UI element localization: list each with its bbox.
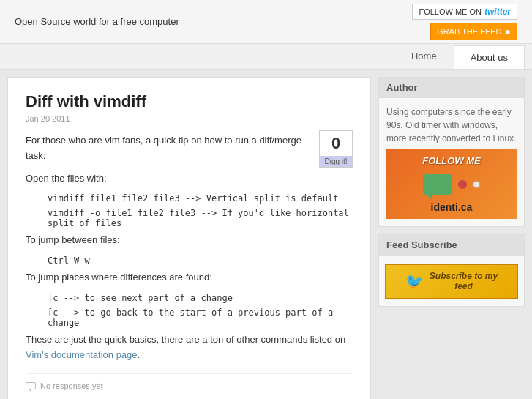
subscribe-text: Subscribe to my feed xyxy=(430,271,498,292)
site-tagline: Open Source world for a free computer xyxy=(15,16,179,27)
rss-icon: ● xyxy=(505,26,511,37)
identica-follow-text: FOLLOW ME xyxy=(392,155,511,166)
identica-dot-red xyxy=(458,180,467,189)
code-cmd5: [c --> to go back to the start of a prev… xyxy=(48,307,353,328)
main-content: Diff with vimdiff Jan 20 2011 0 Digg it!… xyxy=(7,77,371,399)
feed-subscribe-header: Feed Subscribe xyxy=(379,235,524,256)
twitter-logo: twitter xyxy=(484,7,511,17)
identica-bubble-area xyxy=(392,171,511,198)
comment-icon xyxy=(26,382,36,389)
digg-label: Digg it! xyxy=(320,156,352,167)
author-header: Author xyxy=(379,78,524,98)
post-title: Diff with vimdiff xyxy=(26,92,353,111)
site-header: Open Source world for a free computer FO… xyxy=(0,0,532,44)
header-buttons: FOLLOW ME ON twitter GRAB THE FEED ● xyxy=(412,4,517,40)
author-bio: Using computers since the early 90s. Old… xyxy=(386,105,517,145)
bird-icon: 🐦 xyxy=(405,272,424,290)
post-open-files: Open the files with: xyxy=(26,171,353,187)
grab-feed-button[interactable]: GRAB THE FEED ● xyxy=(430,23,517,40)
no-responses: No responses yet xyxy=(40,381,103,390)
identica-name: identi.ca xyxy=(392,201,511,213)
nav-about[interactable]: About us xyxy=(454,45,525,69)
subscribe-button[interactable]: 🐦 Subscribe to my feed xyxy=(385,264,518,299)
digg-count: 0 xyxy=(320,131,352,156)
post-date: Jan 20 2011 xyxy=(26,114,353,123)
post-body: 0 Digg it! For those who are vim fans, a… xyxy=(26,133,353,363)
code-cmd1: vimdiff file1 file2 file3 --> Vertical s… xyxy=(48,193,353,204)
identica-dot-white xyxy=(473,181,480,188)
author-body: Using computers since the early 90s. Old… xyxy=(379,98,524,226)
nav-home[interactable]: Home xyxy=(394,44,454,69)
post-footer: No responses yet xyxy=(26,373,353,390)
site-nav: Home About us xyxy=(0,44,532,70)
sidebar: Author Using computers since the early 9… xyxy=(378,77,525,399)
feed-label: GRAB THE FEED xyxy=(437,27,501,36)
code-cmd3: Ctrl-W w xyxy=(48,256,353,266)
post-jump-between: To jump between files: xyxy=(26,233,353,248)
feed-subscribe-box: Feed Subscribe 🐦 Subscribe to my feed xyxy=(378,234,525,307)
follow-label: FOLLOW ME ON xyxy=(419,7,482,16)
feed-subscribe-body: 🐦 Subscribe to my feed xyxy=(379,256,524,306)
content-wrapper: Diff with vimdiff Jan 20 2011 0 Digg it!… xyxy=(0,70,532,399)
twitter-follow-button[interactable]: FOLLOW ME ON twitter xyxy=(412,4,517,20)
author-box: Author Using computers since the early 9… xyxy=(378,77,525,227)
post-footer-text: These are just the quick basics, there a… xyxy=(26,332,353,363)
vim-docs-link[interactable]: Vim's documentation page xyxy=(26,349,138,360)
chat-bubble-icon xyxy=(423,174,452,195)
post-jump-diff: To jump places where differences are fou… xyxy=(26,270,353,286)
identica-widget[interactable]: FOLLOW ME identi.ca xyxy=(386,149,517,219)
code-cmd2: vimdiff -o file1 file2 file3 --> If you'… xyxy=(48,208,353,228)
code-cmd4: |c --> to see next part of a change xyxy=(48,293,353,303)
post-intro: For those who are vim fans, a quick tip … xyxy=(26,133,353,164)
digg-widget[interactable]: 0 Digg it! xyxy=(319,130,353,168)
